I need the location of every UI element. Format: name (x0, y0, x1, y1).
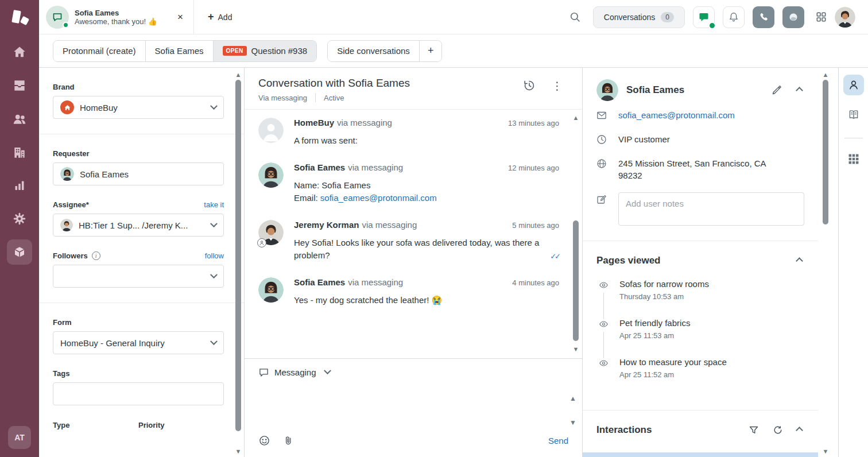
zendesk-logo-icon[interactable] (0, 0, 39, 36)
conversation-channel: Via messaging (258, 94, 307, 102)
app-blob-icon[interactable] (782, 6, 804, 28)
interactions-title: Interactions (596, 424, 652, 436)
overflow-menu-icon[interactable]: ⋮ (552, 80, 563, 91)
tab-question-938[interactable]: OPEN Question #938 (213, 41, 317, 61)
collapse-chevron-icon[interactable] (796, 257, 803, 265)
conversations-label: Conversations (604, 13, 656, 22)
customer-email-row: sofia_eames@protonmail.com (583, 103, 818, 127)
scroll-down-icon[interactable]: ▼ (823, 448, 829, 455)
edit-pencil-icon[interactable] (772, 85, 782, 95)
admin-gear-icon[interactable] (7, 206, 32, 231)
scroll-down-icon[interactable]: ▼ (573, 346, 579, 353)
customer-scrollbar[interactable]: ▲ ▼ (821, 71, 830, 455)
apps-grid-icon[interactable] (843, 149, 864, 169)
tab-protonmail-label: Protonmail (create) (63, 46, 136, 56)
customer-card-header: Sofia Eames (583, 68, 818, 103)
phone-icon[interactable] (753, 6, 774, 28)
customer-email[interactable]: sofia_eames@protonmail.com (618, 109, 735, 122)
message-text-content: Hey Sofia! Looks like your sofa was deli… (294, 238, 539, 261)
new-tab-button[interactable]: + (419, 41, 442, 61)
email-link[interactable]: sofia_eames@protonmail.com (320, 193, 437, 203)
message-text: A form was sent: (294, 134, 559, 148)
ticket-tab-group: Protonmail (create) Sofia Eames OPEN Que… (53, 40, 317, 62)
scroll-up-icon[interactable]: ▲ (569, 394, 576, 402)
scroll-up-icon[interactable]: ▲ (235, 71, 242, 78)
scroll-down-icon[interactable]: ▼ (569, 419, 576, 427)
close-icon[interactable]: × (175, 10, 185, 24)
home-icon[interactable] (7, 40, 32, 65)
chat-icon[interactable] (693, 6, 715, 28)
active-conversation-tab[interactable]: Sofia Eames Awesome, thank you! 👍 × (39, 0, 194, 34)
form-name-line: Name: Sofia Eames (294, 179, 540, 192)
page-timestamp: Thursday 10:53 am (619, 292, 804, 301)
composer-input[interactable] (245, 378, 582, 435)
type-label: Type (53, 421, 69, 429)
attachment-paperclip-icon[interactable] (283, 435, 294, 446)
customer-tier-row: VIP customer (583, 127, 818, 152)
conversation-header: Conversation with Sofia Eames Via messag… (245, 68, 582, 110)
refresh-icon[interactable] (773, 425, 783, 435)
globe-icon (596, 158, 607, 169)
message-channel: via messaging (348, 277, 403, 287)
add-button[interactable]: + Add (208, 11, 232, 23)
brand-section: Brand HomeBuy (39, 68, 244, 134)
customer-context-icon[interactable] (843, 75, 864, 95)
customer-notes-row (583, 188, 818, 238)
tab-protonmail[interactable]: Protonmail (create) (53, 41, 145, 61)
followers-select[interactable] (53, 265, 224, 288)
history-icon[interactable] (523, 79, 536, 92)
tags-input[interactable] (53, 382, 224, 405)
reporting-icon[interactable] (7, 173, 32, 198)
notifications-bell-icon[interactable] (723, 6, 745, 28)
left-nav-rail: AT (0, 0, 39, 457)
notes-icon (596, 195, 607, 205)
assignee-select[interactable]: HB:Tier 1 Sup... /Jeremy K... (53, 214, 224, 237)
apps-cube-icon[interactable] (7, 239, 32, 265)
app-window: AT Sofia Eames Awesome, thank you! 👍 × +… (0, 0, 868, 457)
user-avatar[interactable] (835, 7, 855, 28)
system-avatar (258, 118, 284, 143)
requester-field[interactable]: Sofia Eames (53, 162, 224, 185)
pages-viewed-header: Pages viewed (583, 243, 818, 274)
customer-address-row: 245 Mission Street, San Francisco, CA 98… (583, 152, 794, 188)
search-icon[interactable] (569, 11, 580, 22)
form-email-line: Email: sofia_eames@protonmail.com (294, 192, 540, 205)
assignee-label: Assignee* (53, 200, 89, 209)
account-badge[interactable]: AT (8, 426, 31, 449)
channel-selector[interactable]: Messaging (245, 359, 582, 378)
page-title: Sofas for narrow rooms (619, 279, 804, 289)
form-select[interactable]: HomeBuy - General Inquiry (53, 331, 224, 354)
take-it-link[interactable]: take it (204, 200, 224, 209)
emoji-icon[interactable] (258, 435, 270, 447)
organizations-icon[interactable] (7, 140, 32, 165)
collapse-chevron-icon[interactable] (796, 427, 803, 434)
fields-scrollbar[interactable]: ▲ ▼ (234, 71, 243, 455)
collapse-chevron-icon[interactable] (796, 87, 803, 94)
conversations-button[interactable]: Conversations 0 (593, 6, 685, 28)
messaging-avatar-icon (46, 6, 69, 29)
follow-link[interactable]: follow (205, 251, 224, 260)
tags-label: Tags (53, 369, 69, 378)
scroll-up-icon[interactable]: ▲ (823, 71, 829, 78)
filter-funnel-icon[interactable] (749, 425, 759, 435)
scroll-down-icon[interactable]: ▼ (235, 448, 242, 455)
sofia-avatar (258, 162, 284, 188)
page-title: Pet friendly fabrics (619, 318, 804, 328)
knowledge-book-icon[interactable] (843, 104, 864, 125)
tab-sofia-eames[interactable]: Sofia Eames (145, 41, 213, 61)
send-button[interactable]: Send (548, 436, 568, 446)
product-tray-grid-icon[interactable] (816, 11, 827, 22)
scroll-up-icon[interactable]: ▲ (573, 114, 579, 121)
user-notes-input[interactable] (618, 192, 804, 226)
divider (844, 138, 863, 138)
tab-side-conversations[interactable]: Side conversations (328, 41, 419, 61)
brand-select[interactable]: HomeBuy (53, 96, 224, 119)
conversation-status: Active (324, 94, 344, 102)
views-icon[interactable] (7, 73, 32, 98)
tab-question-label: Question #938 (251, 46, 308, 56)
message-row: Sofia Eames via messaging 4 minutes ago … (258, 277, 559, 307)
customers-icon[interactable] (7, 106, 32, 131)
followers-label: Followers (53, 251, 88, 260)
plus-icon: + (208, 11, 214, 23)
messages-scrollbar[interactable]: ▲ ▼ (571, 114, 580, 353)
